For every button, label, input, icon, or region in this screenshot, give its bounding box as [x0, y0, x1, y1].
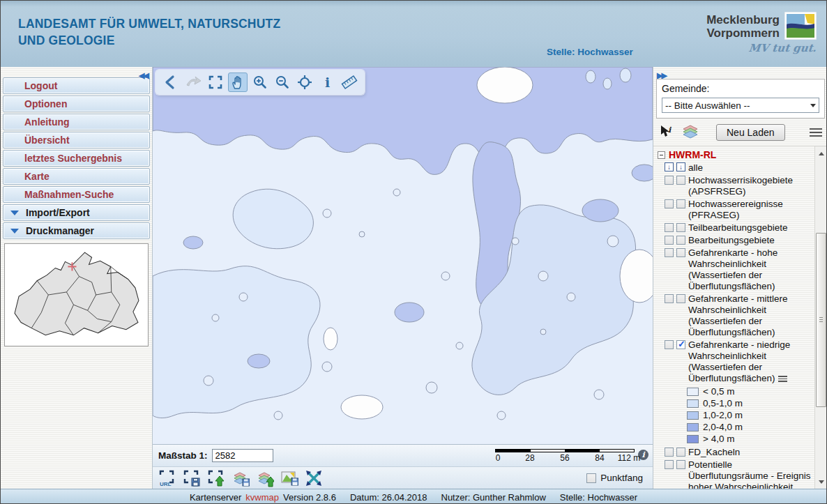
export-checkbox[interactable]: [676, 176, 685, 185]
map-scalebar: 0 28 56 84 112 m: [495, 449, 635, 463]
display-checkbox[interactable]: [665, 294, 674, 303]
menu-item-uebersicht[interactable]: Übersicht: [3, 132, 150, 148]
tree-item-hochwasserereignisse: Hochwasserereignisse (PFRASEG): [665, 199, 814, 221]
display-checkbox[interactable]: [665, 199, 674, 208]
extent-load-icon[interactable]: [207, 469, 225, 487]
mv-logo: Mecklenburg Vorpommern MV tut gut.: [706, 12, 817, 54]
footer-app-name: kvwmap: [245, 492, 279, 503]
legend-item: > 4,0 m: [687, 433, 814, 445]
export-checkbox[interactable]: [676, 340, 685, 349]
measure-ruler-icon[interactable]: [340, 72, 359, 92]
expand-triangle-icon: [10, 229, 19, 234]
scroll-up-icon[interactable]: [816, 148, 826, 159]
depth-legend: < 0,5 m 0,5-1,0 m 1,0-2,0 m 2,0-4,0 m: [687, 385, 814, 445]
scale-bar-row: Maßstab 1: 0 28 56 84 112 m i: [153, 444, 653, 466]
menu-item-karte[interactable]: Karte: [3, 168, 150, 185]
expand-triangle-icon: [10, 211, 19, 215]
forward-disabled-icon: [183, 72, 203, 92]
sidebar-collapse-icon[interactable]: ◀◀: [139, 72, 148, 79]
layers-load-icon[interactable]: [256, 469, 274, 487]
display-checkbox[interactable]: [665, 340, 674, 349]
layer-menu-icon[interactable]: [778, 376, 787, 382]
gemeinde-select[interactable]: -- Bitte Auswählen --: [662, 98, 819, 113]
layers-icon[interactable]: [681, 123, 699, 142]
check-all-export-icon[interactable]: ↓: [676, 162, 685, 171]
tree-item-gefahrenkarte-niedrige: Gefahrenkarte - niedrige Wahrscheinlichk…: [665, 339, 814, 384]
feature-info-icon[interactable]: i: [659, 124, 674, 141]
footer-stelle: Stelle: Hochwasser: [560, 492, 637, 503]
legend-item: < 0,5 m: [687, 385, 814, 397]
flood-map-image[interactable]: [153, 67, 653, 444]
zoom-out-icon[interactable]: [273, 72, 292, 92]
tree-scrollbar[interactable]: [814, 146, 827, 489]
panel-menu-icon[interactable]: [810, 128, 822, 137]
collapse-minus-icon[interactable]: [658, 151, 665, 159]
overview-map[interactable]: [4, 243, 149, 346]
kvwmap-window: LANDESAMT FÜR UMWELT, NATURSCHUTZ UND GE…: [0, 0, 827, 504]
logo-slogan: MV tut gut.: [706, 42, 817, 54]
legend-swatch: [687, 399, 699, 408]
tree-group-hwrm: HWRM-RL: [658, 149, 814, 160]
gemeinde-box: Gemeinde: -- Bitte Auswählen --: [656, 79, 825, 119]
export-checkbox[interactable]: [676, 236, 685, 245]
display-checkbox[interactable]: [665, 223, 674, 232]
sidebar: ◀◀ Logout Optionen Anleitung Übersicht l…: [1, 67, 153, 489]
tree-item-alle: ↓ ↓ alle: [665, 162, 814, 174]
export-checkbox[interactable]: [676, 294, 685, 303]
menu-item-anleitung[interactable]: Anleitung: [3, 114, 150, 130]
legend-item: 0,5-1,0 m: [687, 397, 814, 409]
check-all-display-icon[interactable]: ↓: [665, 162, 674, 171]
export-checkbox[interactable]: [676, 223, 685, 232]
full-view-icon[interactable]: [305, 469, 323, 487]
stelle-label: Stelle: Hochwasser: [547, 47, 633, 57]
neu-laden-button[interactable]: Neu Laden: [716, 124, 785, 141]
menu-item-import-export[interactable]: Import/Export: [3, 204, 150, 221]
map-viewport[interactable]: i Maßstab 1:: [153, 67, 653, 489]
extent-save-icon[interactable]: [183, 469, 201, 487]
layer-tree-wrap: HWRM-RL ↓ ↓ alle Hochwasserrisikogebiete…: [653, 146, 827, 489]
menu-item-letztes-suchergebnis[interactable]: letztes Suchergebnis: [3, 150, 150, 167]
scrollbar-thumb[interactable]: [816, 233, 826, 407]
layers-save-icon[interactable]: [232, 469, 250, 487]
scroll-down-icon[interactable]: [816, 476, 826, 487]
display-checkbox[interactable]: [665, 248, 674, 257]
extent-url-icon[interactable]: URL: [158, 469, 176, 487]
menu-item-druckmanager[interactable]: Druckmanager: [3, 222, 150, 239]
svg-text:i: i: [668, 125, 672, 135]
display-checkbox[interactable]: [665, 236, 674, 245]
legend-swatch: [687, 423, 699, 432]
display-checkbox[interactable]: [665, 460, 674, 469]
zoom-in-icon[interactable]: [250, 72, 270, 92]
legend-swatch: [687, 411, 699, 420]
logo-text: Mecklenburg Vorpommern: [706, 12, 780, 40]
status-bar: Kartenserver kvwmap Version 2.8.6 Datum:…: [1, 489, 826, 504]
punktfang-checkbox[interactable]: [586, 473, 596, 483]
export-checkbox[interactable]: [676, 460, 685, 469]
legend-swatch: [687, 388, 699, 396]
info-icon[interactable]: i: [317, 72, 337, 92]
export-checkbox[interactable]: [676, 448, 685, 457]
display-checkbox[interactable]: [665, 448, 674, 457]
export-checkbox[interactable]: [676, 248, 685, 257]
footer-prefix: Kartenserver: [190, 492, 241, 503]
main-menu: Logout Optionen Anleitung Übersicht letz…: [1, 77, 152, 239]
back-icon[interactable]: [161, 72, 181, 92]
menu-item-logout[interactable]: Logout: [3, 77, 150, 94]
footer-version: Version 2.8.6: [283, 492, 336, 503]
punktfang-control: Punktfang: [586, 473, 643, 483]
center-crosshair-icon[interactable]: [295, 72, 314, 92]
chevron-down-icon: [810, 104, 816, 107]
header: LANDESAMT FÜR UMWELT, NATURSCHUTZ UND GE…: [1, 1, 826, 67]
tree-group-label: HWRM-RL: [669, 149, 716, 160]
panel-toolbar: i Neu Laden: [653, 121, 827, 146]
scale-label: Maßstab 1:: [158, 450, 208, 461]
pan-hand-icon[interactable]: [228, 72, 248, 92]
menu-item-massnahmen-suche[interactable]: Maßnahmen-Suche: [3, 186, 150, 203]
image-save-icon[interactable]: [280, 469, 298, 487]
layer-tree: HWRM-RL ↓ ↓ alle Hochwasserrisikogebiete…: [653, 146, 814, 489]
display-checkbox[interactable]: [665, 176, 674, 185]
scale-input[interactable]: [212, 449, 273, 462]
export-checkbox[interactable]: [676, 199, 685, 208]
menu-item-optionen[interactable]: Optionen: [3, 96, 150, 112]
full-extent-icon[interactable]: [206, 72, 225, 92]
